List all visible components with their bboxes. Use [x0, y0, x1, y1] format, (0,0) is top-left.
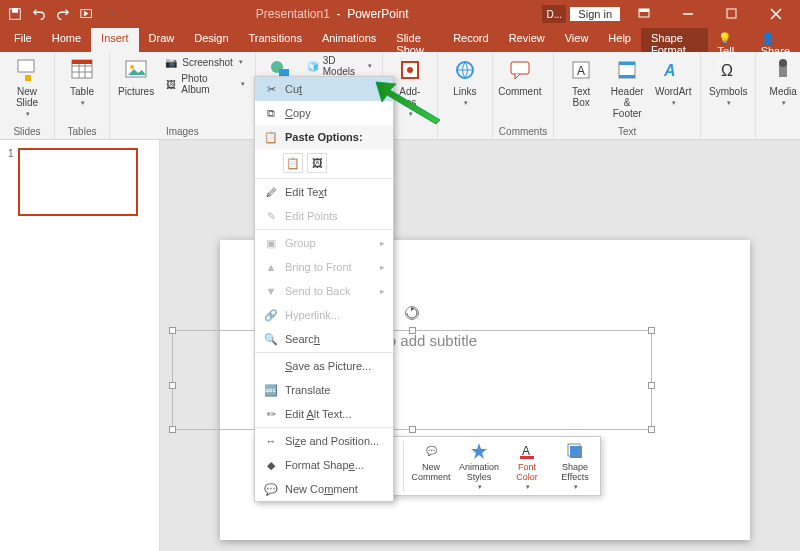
svg-rect-10	[25, 75, 31, 81]
window-title: Presentation1 - PowerPoint	[122, 7, 542, 21]
tab-transitions[interactable]: Transitions	[239, 28, 312, 52]
size-icon: ↔	[263, 433, 279, 449]
slide-thumbnail[interactable]	[18, 148, 138, 216]
sign-in-button[interactable]: Sign in	[570, 7, 620, 21]
ctx-edit-alt-text[interactable]: ✏Edit Alt Text...	[255, 402, 393, 426]
start-from-beginning-icon[interactable]	[76, 3, 98, 25]
new-slide-button[interactable]: New Slide	[6, 54, 48, 120]
ribbon: New Slide Slides Table Tables Pictures 📷…	[0, 52, 800, 140]
share-button[interactable]: 👤 Share	[751, 28, 800, 52]
tab-animations[interactable]: Animations	[312, 28, 386, 52]
ctx-size-position[interactable]: ↔Size and Position...	[255, 429, 393, 453]
pictures-button[interactable]: Pictures	[116, 54, 156, 99]
autosave-icon[interactable]	[4, 3, 26, 25]
group-label-tables: Tables	[61, 125, 103, 137]
comment-button[interactable]: Comment	[499, 54, 541, 99]
mini-new-comment[interactable]: 💬New Comment	[410, 441, 452, 491]
svg-point-22	[407, 67, 413, 73]
tab-draw[interactable]: Draw	[139, 28, 185, 52]
ctx-group: ▣Group	[255, 231, 393, 255]
paste-picture[interactable]: 🖼	[307, 153, 327, 173]
header-footer-button[interactable]: Header & Footer	[606, 54, 648, 121]
tab-review[interactable]: Review	[499, 28, 555, 52]
svg-rect-16	[72, 60, 92, 64]
tab-slideshow[interactable]: Slide Show	[386, 28, 443, 52]
translate-icon: 🔤	[263, 382, 279, 398]
tab-design[interactable]: Design	[184, 28, 238, 52]
group-label-images: Images	[116, 125, 249, 137]
ctx-paste-options: 📋 🖼	[255, 149, 393, 177]
ctx-edit-text[interactable]: 🖉Edit Text	[255, 180, 393, 204]
tell-me-button[interactable]: 💡 Tell me	[708, 28, 751, 52]
tab-record[interactable]: Record	[443, 28, 498, 52]
paste-keep-formatting[interactable]: 📋	[283, 153, 303, 173]
minimize-icon[interactable]	[668, 0, 708, 28]
ctx-search[interactable]: 🔍Search	[255, 327, 393, 351]
copy-icon: ⧉	[263, 105, 279, 121]
group-label-slides: Slides	[6, 125, 48, 137]
ctx-paste-header: 📋Paste Options:	[255, 125, 393, 149]
edit-points-icon: ✎	[263, 208, 279, 224]
ribbon-display-icon[interactable]	[624, 0, 664, 28]
ctx-copy[interactable]: ⧉Copy	[255, 101, 393, 125]
ctx-edit-points: ✎Edit Points	[255, 204, 393, 228]
redo-icon[interactable]	[52, 3, 74, 25]
photo-album-button[interactable]: 🖼Photo Album	[160, 72, 248, 96]
comment-icon: 💬	[263, 481, 279, 497]
svg-point-18	[130, 65, 134, 69]
close-icon[interactable]	[756, 0, 796, 28]
account-badge[interactable]: D...	[542, 5, 566, 23]
undo-icon[interactable]	[28, 3, 50, 25]
addins-button[interactable]: Add- ins	[389, 54, 431, 120]
group-label-comments: Comments	[499, 125, 547, 137]
ctx-format-shape[interactable]: ◆Format Shape...	[255, 453, 393, 477]
svg-rect-4	[639, 9, 649, 12]
tab-home[interactable]: Home	[42, 28, 91, 52]
ctx-save-as-picture[interactable]: Save as Picture...	[255, 354, 393, 378]
svg-text:A: A	[663, 62, 676, 79]
search-icon: 🔍	[263, 331, 279, 347]
edit-text-icon: 🖉	[263, 184, 279, 200]
context-menu: ✂Cut ⧉Copy 📋Paste Options: 📋 🖼 🖉Edit Tex…	[254, 76, 394, 502]
svg-point-33	[779, 59, 787, 67]
cut-icon: ✂	[263, 81, 279, 97]
tab-shape-format[interactable]: Shape Format	[641, 28, 708, 52]
rotation-handle-icon[interactable]	[405, 306, 419, 320]
ctx-cut[interactable]: ✂Cut	[255, 77, 393, 101]
tab-insert[interactable]: Insert	[91, 28, 139, 52]
tab-view[interactable]: View	[555, 28, 599, 52]
svg-rect-9	[18, 60, 34, 72]
link-icon: 🔗	[263, 307, 279, 323]
subtitle-placeholder[interactable]: Click to add subtitle	[172, 310, 652, 430]
qat-more-icon[interactable]	[100, 3, 122, 25]
ribbon-tabs: File Home Insert Draw Design Transitions…	[0, 28, 800, 52]
send-back-icon: ▼	[263, 283, 279, 299]
title-bar: Presentation1 - PowerPoint D... Sign in	[0, 0, 800, 28]
mini-font-color[interactable]: AFont Color	[506, 441, 548, 491]
svg-rect-6	[727, 9, 736, 18]
svg-rect-24	[511, 62, 529, 74]
ctx-new-comment[interactable]: 💬New Comment	[255, 477, 393, 501]
table-button[interactable]: Table	[61, 54, 103, 109]
text-box-button[interactable]: AText Box	[560, 54, 602, 110]
wordart-button[interactable]: AWordArt	[652, 54, 694, 109]
mini-shape-effects[interactable]: Shape Effects	[554, 441, 596, 491]
ctx-translate[interactable]: 🔤Translate	[255, 378, 393, 402]
symbols-button[interactable]: ΩSymbols	[707, 54, 749, 109]
maximize-icon[interactable]	[712, 0, 752, 28]
tab-file[interactable]: File	[4, 28, 42, 52]
thumbnail-number: 1	[8, 148, 14, 216]
3d-models-button[interactable]: 🧊3D Models	[303, 54, 376, 78]
svg-rect-28	[619, 62, 635, 65]
slide-thumbnail-panel: 1	[0, 140, 160, 551]
links-button[interactable]: Links	[444, 54, 486, 109]
svg-rect-1	[12, 9, 17, 13]
tab-help[interactable]: Help	[598, 28, 641, 52]
svg-rect-29	[619, 75, 635, 78]
media-button[interactable]: Media	[762, 54, 800, 109]
screenshot-button[interactable]: 📷Screenshot	[160, 54, 248, 70]
format-shape-icon: ◆	[263, 457, 279, 473]
mini-animation-styles[interactable]: Animation Styles	[458, 441, 500, 491]
ctx-hyperlink: 🔗Hyperlink...	[255, 303, 393, 327]
ctx-send-to-back: ▼Send to Back	[255, 279, 393, 303]
